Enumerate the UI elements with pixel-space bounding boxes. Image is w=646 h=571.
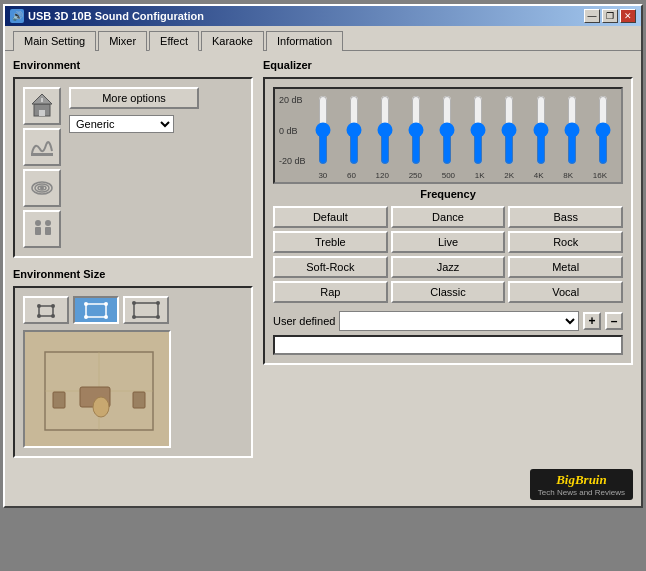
preset-dance[interactable]: Dance [391,206,506,228]
tab-mixer[interactable]: Mixer [98,31,147,51]
freq-label-120: 120 [376,171,389,180]
title-bar: 🔊 USB 3D 10B Sound Configuration — ❐ ✕ [5,6,641,26]
eq-band-1k[interactable] [471,95,485,165]
title-bar-left: 🔊 USB 3D 10B Sound Configuration [10,9,204,23]
preset-soft-rock[interactable]: Soft-Rock [273,256,388,278]
svg-point-16 [37,314,41,318]
remove-preset-button[interactable]: – [605,312,623,330]
more-options-button[interactable]: More options [69,87,199,109]
tab-karaoke[interactable]: Karaoke [201,31,264,51]
size-btn-small[interactable] [23,296,69,324]
size-buttons [23,296,243,324]
env-icon-building[interactable] [23,87,61,125]
env-icon-water[interactable] [23,169,61,207]
eq-band-8k[interactable] [565,95,579,165]
add-preset-button[interactable]: + [583,312,601,330]
svg-rect-4 [31,153,53,156]
eq-band-60[interactable] [347,95,361,165]
svg-rect-10 [35,227,41,235]
svg-point-25 [156,301,160,305]
freq-label-1k: 1K [475,171,485,180]
db-label-neg20: -20 dB [279,156,306,166]
eq-band-250[interactable] [409,95,423,165]
tab-information[interactable]: Information [266,31,343,51]
user-defined-label: User defined [273,315,335,327]
svg-point-15 [51,304,55,308]
preset-jazz[interactable]: Jazz [391,256,506,278]
env-size-title: Environment Size [13,268,253,280]
svg-point-21 [84,315,88,319]
user-defined-row: User defined + – [273,311,623,331]
svg-rect-23 [134,303,158,317]
svg-point-9 [35,220,41,226]
eq-title: Equalizer [263,59,633,71]
tab-main-setting[interactable]: Main Setting [13,31,96,51]
eq-band-4k[interactable] [534,95,548,165]
preset-default[interactable]: Default [273,206,388,228]
preset-bass[interactable]: Bass [508,206,623,228]
preset-rap[interactable]: Rap [273,281,388,303]
size-btn-large[interactable] [123,296,169,324]
size-btn-medium[interactable] [73,296,119,324]
preset-grid: Default Dance Bass Treble Live Rock Soft… [273,206,623,303]
preset-vocal[interactable]: Vocal [508,281,623,303]
svg-rect-35 [133,392,145,408]
preset-live[interactable]: Live [391,231,506,253]
equalizer-box: 20 dB 0 dB -20 dB [263,77,633,365]
svg-point-24 [132,301,136,305]
environment-box: More options Generic Room Bathroom Livin… [13,77,253,258]
bigbruin-name: BigBruin [538,472,625,488]
preset-treble[interactable]: Treble [273,231,388,253]
freq-label-60: 60 [347,171,356,180]
eq-band-500[interactable] [440,95,454,165]
freq-label-8k: 8K [563,171,573,180]
db-label-0: 0 dB [279,126,306,136]
svg-point-27 [156,315,160,319]
title-icon: 🔊 [10,9,24,23]
main-window: 🔊 USB 3D 10B Sound Configuration — ❐ ✕ M… [3,4,643,508]
user-defined-select[interactable] [339,311,579,331]
svg-point-8 [40,186,44,190]
env-dropdown-container: Generic Room Bathroom Livingroom Cave Ar… [69,115,199,133]
svg-rect-3 [41,98,43,102]
close-button[interactable]: ✕ [620,9,636,23]
env-icon-waves[interactable] [23,128,61,166]
env-size-box [13,286,253,458]
svg-point-33 [93,397,109,417]
eq-band-16k[interactable] [596,95,610,165]
env-icons [23,87,61,248]
restore-button[interactable]: ❐ [602,9,618,23]
svg-rect-12 [45,227,51,235]
freq-label-4k: 4K [534,171,544,180]
environment-select[interactable]: Generic Room Bathroom Livingroom Cave Ar… [69,115,174,133]
svg-rect-34 [53,392,65,408]
eq-band-2k[interactable] [502,95,516,165]
user-defined-text-input[interactable] [273,335,623,355]
tab-bar: Main Setting Mixer Effect Karaoke Inform… [5,26,641,51]
svg-point-26 [132,315,136,319]
bigbruin-logo: BigBruin Tech News and Reviews [530,469,633,500]
left-panel: Environment [13,59,253,458]
tab-effect[interactable]: Effect [149,31,199,51]
svg-rect-18 [86,304,106,317]
eq-band-30[interactable] [316,95,330,165]
env-right: More options Generic Room Bathroom Livin… [69,87,199,133]
svg-point-17 [51,314,55,318]
env-icon-people[interactable] [23,210,61,248]
preset-metal[interactable]: Metal [508,256,623,278]
svg-rect-2 [39,110,45,116]
preset-classic[interactable]: Classic [391,281,506,303]
room-preview [23,330,171,448]
svg-point-22 [104,315,108,319]
svg-point-19 [84,302,88,306]
svg-point-11 [45,220,51,226]
svg-rect-13 [39,306,53,316]
preset-rock[interactable]: Rock [508,231,623,253]
freq-label-2k: 2K [504,171,514,180]
title-controls: — ❐ ✕ [584,9,636,23]
frequency-label: Frequency [273,188,623,200]
window-bottom: BigBruin Tech News and Reviews [5,466,641,506]
minimize-button[interactable]: — [584,9,600,23]
environment-title: Environment [13,59,253,71]
eq-band-120[interactable] [378,95,392,165]
